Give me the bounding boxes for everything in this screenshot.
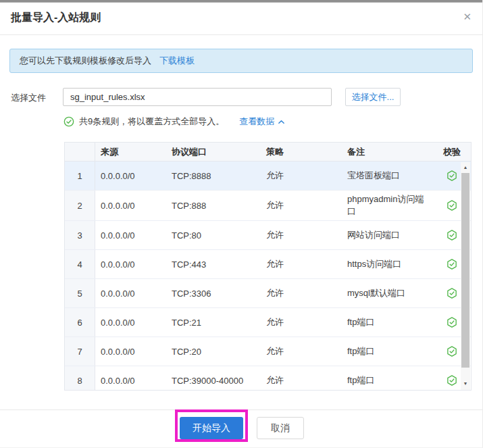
cell-remark: 宝塔面板端口 bbox=[342, 161, 436, 190]
banner-message: 您可以先下载规则模板修改后导入 bbox=[20, 55, 151, 67]
row-index: 1 bbox=[65, 161, 95, 190]
scrollbar-thumb[interactable] bbox=[461, 173, 469, 368]
rules-preview-table: 来源 协议端口 策略 备注 校验 1 0.0.0.0/0 TCP:8888 允许… bbox=[64, 142, 472, 391]
header-source: 来源 bbox=[95, 143, 166, 161]
cell-remark: https访问端口 bbox=[342, 250, 436, 278]
table-row: 2 0.0.0.0/0 TCP:888 允许 phpmyadmin访问端口 bbox=[65, 191, 471, 221]
browse-file-button[interactable]: 选择文件... bbox=[345, 88, 401, 106]
close-icon[interactable]: ✕ bbox=[463, 11, 472, 23]
table-header-row: 来源 协议端口 策略 备注 校验 bbox=[65, 143, 471, 161]
footer-divider bbox=[0, 409, 483, 410]
cell-port: TCP:80 bbox=[166, 221, 261, 249]
cell-source: 0.0.0.0/0 bbox=[95, 191, 166, 220]
scroll-down-icon[interactable]: ▼ bbox=[461, 378, 470, 388]
cell-source: 0.0.0.0/0 bbox=[95, 161, 166, 190]
row-index: 2 bbox=[65, 191, 95, 220]
valid-hexagon-check-icon bbox=[446, 374, 458, 387]
cell-remark: phpmyadmin访问端口 bbox=[342, 191, 436, 220]
cell-port: TCP:39000-40000 bbox=[166, 366, 261, 391]
download-template-link[interactable]: 下载模板 bbox=[159, 55, 195, 67]
cell-policy: 允许 bbox=[261, 279, 342, 307]
template-hint-banner: 您可以先下载规则模板修改后导入 下载模板 bbox=[9, 49, 473, 73]
cell-remark: 网站访问端口 bbox=[342, 221, 436, 249]
cell-policy: 允许 bbox=[261, 191, 342, 220]
batch-import-dialog: 批量导入-入站规则 ✕ 您可以先下载规则模板修改后导入 下载模板 选择文件 选择… bbox=[0, 0, 483, 448]
cell-policy: 允许 bbox=[261, 337, 342, 366]
valid-hexagon-check-icon bbox=[446, 316, 458, 328]
cell-policy: 允许 bbox=[261, 221, 342, 249]
file-picker-label: 选择文件 bbox=[11, 92, 46, 104]
cell-port: TCP:20 bbox=[166, 337, 261, 366]
view-data-label: 查看数据 bbox=[239, 116, 274, 128]
valid-hexagon-check-icon bbox=[446, 258, 458, 270]
table-row: 8 0.0.0.0/0 TCP:39000-40000 允许 ftp端口 bbox=[65, 366, 471, 391]
table-scrollbar[interactable]: ▲ ▼ bbox=[461, 162, 470, 391]
cell-policy: 允许 bbox=[261, 308, 342, 337]
scroll-up-icon[interactable]: ▲ bbox=[461, 162, 470, 172]
row-index: 5 bbox=[65, 279, 95, 307]
header-remark: 备注 bbox=[342, 143, 436, 161]
row-index: 4 bbox=[65, 250, 95, 278]
cell-remark: ftp端口 bbox=[342, 337, 436, 366]
file-name-input[interactable] bbox=[63, 88, 332, 106]
cell-policy: 允许 bbox=[261, 250, 342, 278]
table-row: 5 0.0.0.0/0 TCP:3306 允许 mysql默认端口 bbox=[65, 279, 471, 308]
valid-hexagon-check-icon bbox=[446, 287, 458, 299]
header-port: 协议端口 bbox=[166, 143, 261, 161]
row-index: 6 bbox=[65, 308, 95, 337]
row-index: 7 bbox=[65, 337, 95, 366]
cell-policy: 允许 bbox=[261, 366, 342, 391]
cell-remark: mysql默认端口 bbox=[342, 279, 436, 307]
valid-hexagon-check-icon bbox=[446, 170, 458, 182]
cell-policy: 允许 bbox=[261, 161, 342, 190]
table-body: 1 0.0.0.0/0 TCP:8888 允许 宝塔面板端口 2 0.0.0.0… bbox=[65, 161, 471, 391]
cell-source: 0.0.0.0/0 bbox=[95, 308, 166, 337]
cell-port: TCP:21 bbox=[166, 308, 261, 337]
cell-port: TCP:8888 bbox=[166, 161, 261, 190]
valid-hexagon-check-icon bbox=[446, 345, 458, 357]
header-check: 校验 bbox=[436, 143, 471, 161]
cancel-button[interactable]: 取消 bbox=[257, 417, 304, 439]
start-import-button[interactable]: 开始导入 bbox=[180, 417, 243, 439]
table-row: 4 0.0.0.0/0 TCP:443 允许 https访问端口 bbox=[65, 250, 471, 279]
header-index bbox=[65, 143, 95, 161]
cell-source: 0.0.0.0/0 bbox=[95, 337, 166, 366]
import-summary: 共9条规则，将以覆盖方式全部导入。 查看数据 bbox=[63, 116, 285, 128]
header-policy: 策略 bbox=[261, 143, 342, 161]
header-divider bbox=[0, 34, 483, 35]
row-index: 3 bbox=[65, 221, 95, 249]
cell-source: 0.0.0.0/0 bbox=[95, 250, 166, 278]
cell-port: TCP:443 bbox=[166, 250, 261, 278]
table-row: 1 0.0.0.0/0 TCP:8888 允许 宝塔面板端口 bbox=[65, 161, 471, 191]
valid-hexagon-check-icon bbox=[446, 229, 458, 241]
chevron-up-icon bbox=[278, 118, 285, 126]
cell-remark: ftp端口 bbox=[342, 308, 436, 337]
table-row: 3 0.0.0.0/0 TCP:80 允许 网站访问端口 bbox=[65, 221, 471, 250]
success-circle-check-icon bbox=[63, 116, 74, 127]
cell-port: TCP:3306 bbox=[166, 279, 261, 307]
cell-remark: ftp端口 bbox=[342, 366, 436, 391]
table-row: 7 0.0.0.0/0 TCP:20 允许 ftp端口 bbox=[65, 337, 471, 366]
window-edge-strip bbox=[0, 0, 483, 3]
cell-source: 0.0.0.0/0 bbox=[95, 279, 166, 307]
row-index: 8 bbox=[65, 366, 95, 391]
summary-text: 共9条规则，将以覆盖方式全部导入。 bbox=[79, 116, 224, 128]
table-row: 6 0.0.0.0/0 TCP:21 允许 ftp端口 bbox=[65, 308, 471, 337]
view-data-link[interactable]: 查看数据 bbox=[239, 116, 285, 128]
dialog-title: 批量导入-入站规则 bbox=[11, 11, 101, 25]
cell-source: 0.0.0.0/0 bbox=[95, 366, 166, 391]
cell-source: 0.0.0.0/0 bbox=[95, 221, 166, 249]
valid-hexagon-check-icon bbox=[446, 199, 458, 211]
cell-port: TCP:888 bbox=[166, 191, 261, 220]
